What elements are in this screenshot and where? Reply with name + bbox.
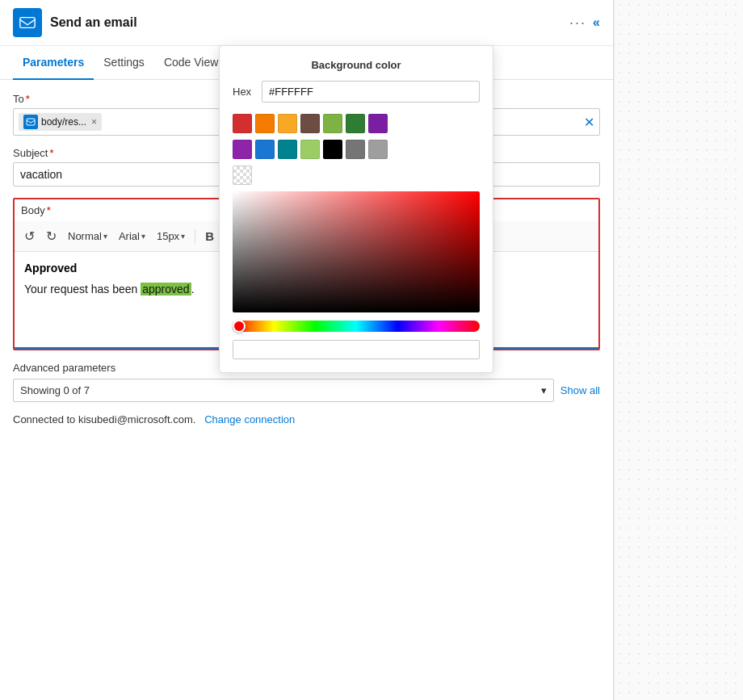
svg-rect-1 xyxy=(27,119,35,125)
connection-info: Connected to kisubedi@microsoft.com. Cha… xyxy=(13,413,600,425)
header: Send an email ··· « xyxy=(0,0,613,46)
body-highlight: approved xyxy=(141,283,191,296)
token-icon xyxy=(23,115,38,129)
side-panel: Background color Hex xyxy=(614,0,743,700)
tab-settings[interactable]: Settings xyxy=(94,46,154,80)
size-select[interactable]: 15px ▾ xyxy=(153,228,188,244)
swatch-black[interactable] xyxy=(323,140,342,159)
style-chevron-icon: ▾ xyxy=(103,232,107,241)
opacity-input[interactable] xyxy=(233,340,480,359)
font-select[interactable]: Arial ▾ xyxy=(115,228,149,244)
to-clear-button[interactable]: ✕ xyxy=(584,115,594,130)
hex-input[interactable] xyxy=(262,81,480,103)
undo-button[interactable]: ↺ xyxy=(21,226,38,246)
hue-slider[interactable] xyxy=(233,321,480,332)
hex-row: Hex xyxy=(233,81,480,103)
toolbar-divider-1 xyxy=(195,229,195,244)
swatch-purple[interactable] xyxy=(368,114,388,133)
undo-icon: ↺ xyxy=(24,228,35,244)
swatch-purple2[interactable] xyxy=(233,140,252,159)
bold-button[interactable]: B xyxy=(202,227,217,245)
swatch-yellow[interactable] xyxy=(278,114,297,133)
to-required: * xyxy=(26,93,30,105)
bottom-input-row xyxy=(233,340,480,359)
body-required: * xyxy=(47,204,51,216)
to-token: body/res... × xyxy=(19,113,102,131)
color-picker-popup: Background color Hex xyxy=(219,45,493,373)
swatch-gray[interactable] xyxy=(368,140,388,159)
swatch-brown[interactable] xyxy=(300,114,320,133)
redo-icon: ↻ xyxy=(46,228,57,244)
page-title: Send an email xyxy=(50,15,569,30)
token-text: body/res... xyxy=(41,116,86,128)
subject-required: * xyxy=(49,147,53,159)
swatch-cyan[interactable] xyxy=(278,140,297,159)
header-actions: ··· « xyxy=(569,15,600,31)
hex-label: Hex xyxy=(233,86,255,98)
swatch-blue[interactable] xyxy=(255,140,275,159)
dots-background xyxy=(615,0,743,700)
swatch-light-green[interactable] xyxy=(323,114,342,133)
color-gradient-picker[interactable] xyxy=(233,191,480,312)
style-select[interactable]: Normal ▾ xyxy=(65,228,111,244)
redo-button[interactable]: ↻ xyxy=(43,226,60,246)
app-icon xyxy=(13,8,42,37)
font-chevron-icon: ▾ xyxy=(141,232,145,241)
show-all-button[interactable]: Show all xyxy=(560,384,600,396)
more-options-button[interactable]: ··· xyxy=(569,15,586,31)
advanced-dropdown-row: Showing 0 of 7 ▾ Show all xyxy=(13,379,600,402)
dropdown-chevron-icon: ▾ xyxy=(541,384,547,396)
advanced-dropdown[interactable]: Showing 0 of 7 ▾ xyxy=(13,379,554,402)
svg-rect-0 xyxy=(20,18,35,28)
hue-thumb[interactable] xyxy=(233,320,246,333)
color-swatches-row3 xyxy=(233,166,480,185)
swatch-red[interactable] xyxy=(233,114,252,133)
color-picker-title: Background color xyxy=(233,59,480,71)
token-close-button[interactable]: × xyxy=(91,116,97,128)
change-connection-link[interactable]: Change connection xyxy=(204,413,295,425)
color-swatches-row2 xyxy=(233,140,480,159)
swatch-transparent[interactable] xyxy=(233,166,252,185)
tab-parameters[interactable]: Parameters xyxy=(13,46,94,80)
color-swatches xyxy=(233,114,480,133)
tab-code-view[interactable]: Code View xyxy=(154,46,228,80)
swatch-dark-green[interactable] xyxy=(346,114,365,133)
swatch-orange[interactable] xyxy=(255,114,275,133)
swatch-dark-gray[interactable] xyxy=(346,140,365,159)
collapse-button[interactable]: « xyxy=(593,15,600,30)
size-chevron-icon: ▾ xyxy=(181,232,185,241)
swatch-lime[interactable] xyxy=(300,140,320,159)
